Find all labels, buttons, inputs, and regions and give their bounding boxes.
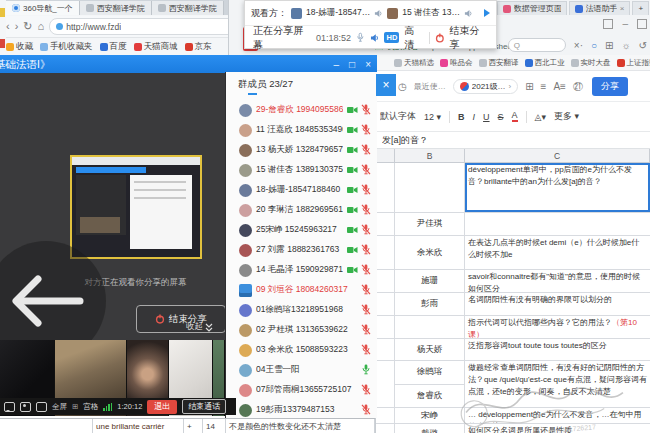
- column-header-c[interactable]: C: [465, 149, 650, 162]
- mic-muted-icon[interactable]: [361, 284, 371, 297]
- bookmark-item[interactable]: 天猫商城: [134, 41, 178, 53]
- member-row[interactable]: 07邱管雨桐13655725107: [226, 380, 377, 400]
- speaker-on-icon[interactable]: [370, 33, 380, 43]
- member-row[interactable]: 20 李琳洁 18829695616: [226, 200, 377, 220]
- member-row[interactable]: 02 尹桂琪 13136539622: [226, 320, 377, 340]
- shared-screen-thumbnail[interactable]: [70, 155, 202, 259]
- close-tab-icon[interactable]: ×: [620, 4, 625, 13]
- menu-icon[interactable]: ≡: [541, 81, 547, 92]
- bookmark-item[interactable]: 西北工业: [525, 58, 565, 68]
- member-row[interactable]: 09 刘垣谷 18084260317: [226, 280, 377, 300]
- bookmark-item[interactable]: 京东: [185, 41, 212, 53]
- browser-tab[interactable]: 360导航_一个: [6, 1, 80, 15]
- fullscreen-label[interactable]: 全屏: [52, 402, 67, 412]
- member-row[interactable]: 25宋峥 15245963217: [226, 220, 377, 240]
- maximize-icon[interactable]: □: [349, 59, 355, 70]
- font-select[interactable]: 默认字体: [380, 110, 416, 123]
- mic-muted-icon[interactable]: [361, 144, 371, 157]
- camera-on-icon[interactable]: [347, 145, 358, 156]
- new-tab-button[interactable]: +: [632, 1, 649, 15]
- cell-c[interactable]: 泛指形容词tout toute tous toutes的区分: [465, 339, 650, 360]
- settings-gear-icon[interactable]: ☼: [621, 40, 630, 51]
- grid-view-icon[interactable]: ⊞: [72, 402, 78, 411]
- speaker-icon[interactable]: [464, 9, 473, 18]
- cell-a[interactable]: [376, 163, 395, 212]
- camera-on-icon[interactable]: [347, 185, 358, 196]
- bookmark-item[interactable]: 实时大盘: [571, 58, 611, 68]
- cell-b[interactable]: 戴璐: [395, 424, 465, 433]
- close-members-button[interactable]: ×: [376, 74, 396, 96]
- bookmark-item[interactable]: 收藏: [6, 41, 33, 53]
- cell-b[interactable]: 余米欣: [395, 236, 465, 269]
- mic-on-icon[interactable]: [361, 364, 371, 377]
- mic-muted-icon[interactable]: [361, 404, 371, 417]
- member-row[interactable]: 04王雪一阳: [226, 360, 377, 380]
- home-icon[interactable]: ⌂: [38, 21, 45, 32]
- member-row[interactable]: 01徐鹍瑢13218951968: [226, 300, 377, 320]
- side-icon-yellow[interactable]: [0, 8, 5, 17]
- cell-a[interactable]: [376, 213, 395, 235]
- viewer-name[interactable]: 15 谢佳杏 13…: [402, 7, 460, 19]
- bookmark-item[interactable]: 百度: [100, 41, 127, 53]
- camera-on-icon[interactable]: [347, 125, 358, 136]
- cell-b[interactable]: 施珊: [395, 270, 465, 292]
- fill-color-button[interactable]: ◬▾: [535, 112, 546, 122]
- expand-viewers-icon[interactable]: [484, 9, 490, 17]
- new-doc-icon[interactable]: ⊞: [525, 81, 533, 92]
- cell-b-name[interactable]: 詹睿欣: [395, 384, 464, 408]
- clock-icon[interactable]: ◷: [398, 81, 407, 92]
- bookmark-item[interactable]: 上证指数: [617, 58, 650, 68]
- share-button[interactable]: 分享: [592, 77, 628, 96]
- member-row[interactable]: 19彭雨13379487153: [226, 400, 377, 418]
- member-row[interactable]: 03 余米欣 15088593223: [226, 340, 377, 360]
- member-row[interactable]: 27 刘露 18882361763: [226, 240, 377, 260]
- back-icon[interactable]: ‹: [6, 21, 10, 32]
- mic-muted-icon[interactable]: [361, 304, 371, 317]
- call-title-bar[interactable]: 基础法语I》: [0, 55, 377, 73]
- restore-icon[interactable]: [603, 19, 613, 29]
- bookmark-item[interactable]: 手机收藏夹: [40, 41, 93, 53]
- text-color-button[interactable]: A: [512, 111, 518, 122]
- member-row[interactable]: 14 毛晶泽 15909298717: [226, 260, 377, 280]
- address-bar[interactable]: http://www.fzdi: [49, 18, 245, 35]
- bookmark-item[interactable]: 西安翻译: [479, 58, 519, 68]
- cell-b-name[interactable]: 徐鹍瑢: [395, 361, 464, 384]
- cell-a[interactable]: [376, 424, 395, 433]
- mic-muted-icon[interactable]: [361, 104, 371, 117]
- bold-button[interactable]: B: [458, 112, 465, 122]
- camera-on-icon[interactable]: [347, 225, 358, 236]
- mic-muted-icon[interactable]: [361, 384, 371, 397]
- camera-icon[interactable]: [20, 402, 31, 412]
- mic-muted-icon[interactable]: [361, 164, 371, 177]
- browser-tab[interactable]: 西安翻译学院: [80, 1, 152, 15]
- underline-button[interactable]: U: [483, 112, 490, 122]
- cell-a[interactable]: [376, 339, 395, 360]
- side-icon-red[interactable]: [0, 39, 5, 48]
- more-button[interactable]: 更多 ▾: [554, 110, 579, 123]
- bookmark-item[interactable]: 唯品会: [440, 58, 473, 68]
- browser-tab[interactable]: 西安翻译学院: [152, 1, 224, 15]
- fullscreen-icon[interactable]: [36, 402, 47, 412]
- cell-a[interactable]: [376, 236, 395, 269]
- mic-muted-icon[interactable]: [361, 244, 371, 257]
- cell-c[interactable]: 如何区分名词是所属还是性质: [465, 424, 650, 433]
- formula-bar[interactable]: 发[a]的音？: [376, 132, 650, 149]
- column-header-a[interactable]: [376, 149, 395, 162]
- cell-c[interactable]: … développement的e为什么不发音，…在句中用什么连接: [465, 408, 650, 423]
- column-header-b[interactable]: B: [395, 149, 465, 162]
- strikethrough-button[interactable]: S: [498, 112, 504, 122]
- camera-on-icon[interactable]: [347, 105, 358, 116]
- bookmark-item[interactable]: 天猫精选: [394, 58, 434, 68]
- recent-label[interactable]: 最近使…: [414, 81, 446, 92]
- strip-cell[interactable]: 14: [203, 419, 226, 433]
- member-row[interactable]: 13 杨天娇 13284796576: [226, 140, 377, 160]
- camera-on-icon[interactable]: [347, 165, 358, 176]
- camera-on-icon[interactable]: [347, 265, 358, 276]
- cell-b[interactable]: 尹佳琪: [395, 213, 465, 235]
- mic-muted-icon[interactable]: [361, 184, 371, 197]
- cell-c[interactable]: [465, 213, 650, 235]
- mic-muted-icon[interactable]: [361, 204, 371, 217]
- viewer-name[interactable]: 18-姊珊-18547…: [306, 7, 370, 19]
- cell-b[interactable]: 彭雨: [395, 293, 465, 315]
- document-tab-pill[interactable]: 2021级… ›: [453, 79, 518, 94]
